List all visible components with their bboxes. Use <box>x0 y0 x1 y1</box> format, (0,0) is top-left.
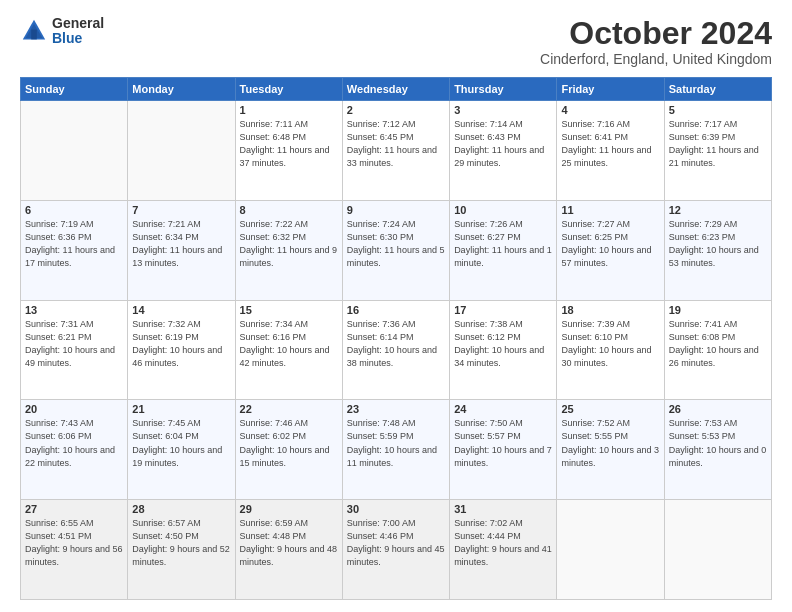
day-number: 4 <box>561 104 659 116</box>
day-number: 26 <box>669 403 767 415</box>
day-number: 21 <box>132 403 230 415</box>
calendar-cell: 22Sunrise: 7:46 AM Sunset: 6:02 PM Dayli… <box>235 400 342 500</box>
day-number: 2 <box>347 104 445 116</box>
calendar-cell: 2Sunrise: 7:12 AM Sunset: 6:45 PM Daylig… <box>342 101 449 201</box>
calendar-cell: 24Sunrise: 7:50 AM Sunset: 5:57 PM Dayli… <box>450 400 557 500</box>
calendar-cell <box>664 500 771 600</box>
day-number: 31 <box>454 503 552 515</box>
day-number: 12 <box>669 204 767 216</box>
weekday-header: Wednesday <box>342 78 449 101</box>
calendar-cell: 4Sunrise: 7:16 AM Sunset: 6:41 PM Daylig… <box>557 101 664 201</box>
logo-icon <box>20 17 48 45</box>
calendar-cell: 21Sunrise: 7:45 AM Sunset: 6:04 PM Dayli… <box>128 400 235 500</box>
day-info: Sunrise: 7:39 AM Sunset: 6:10 PM Dayligh… <box>561 318 659 370</box>
day-info: Sunrise: 7:27 AM Sunset: 6:25 PM Dayligh… <box>561 218 659 270</box>
calendar-cell: 6Sunrise: 7:19 AM Sunset: 6:36 PM Daylig… <box>21 200 128 300</box>
logo-general: General <box>52 16 104 31</box>
day-info: Sunrise: 7:24 AM Sunset: 6:30 PM Dayligh… <box>347 218 445 270</box>
day-info: Sunrise: 7:14 AM Sunset: 6:43 PM Dayligh… <box>454 118 552 170</box>
day-number: 29 <box>240 503 338 515</box>
day-number: 9 <box>347 204 445 216</box>
day-info: Sunrise: 7:46 AM Sunset: 6:02 PM Dayligh… <box>240 417 338 469</box>
calendar-week-row: 13Sunrise: 7:31 AM Sunset: 6:21 PM Dayli… <box>21 300 772 400</box>
calendar-week-row: 27Sunrise: 6:55 AM Sunset: 4:51 PM Dayli… <box>21 500 772 600</box>
day-info: Sunrise: 7:19 AM Sunset: 6:36 PM Dayligh… <box>25 218 123 270</box>
day-info: Sunrise: 7:38 AM Sunset: 6:12 PM Dayligh… <box>454 318 552 370</box>
day-info: Sunrise: 7:52 AM Sunset: 5:55 PM Dayligh… <box>561 417 659 469</box>
day-info: Sunrise: 7:53 AM Sunset: 5:53 PM Dayligh… <box>669 417 767 469</box>
calendar-cell <box>21 101 128 201</box>
day-info: Sunrise: 7:31 AM Sunset: 6:21 PM Dayligh… <box>25 318 123 370</box>
day-number: 13 <box>25 304 123 316</box>
day-info: Sunrise: 7:32 AM Sunset: 6:19 PM Dayligh… <box>132 318 230 370</box>
day-info: Sunrise: 6:57 AM Sunset: 4:50 PM Dayligh… <box>132 517 230 569</box>
subtitle: Cinderford, England, United Kingdom <box>540 51 772 67</box>
weekday-header: Friday <box>557 78 664 101</box>
day-number: 6 <box>25 204 123 216</box>
calendar-cell: 1Sunrise: 7:11 AM Sunset: 6:48 PM Daylig… <box>235 101 342 201</box>
day-info: Sunrise: 7:22 AM Sunset: 6:32 PM Dayligh… <box>240 218 338 270</box>
calendar-cell: 16Sunrise: 7:36 AM Sunset: 6:14 PM Dayli… <box>342 300 449 400</box>
calendar-cell: 14Sunrise: 7:32 AM Sunset: 6:19 PM Dayli… <box>128 300 235 400</box>
day-info: Sunrise: 6:59 AM Sunset: 4:48 PM Dayligh… <box>240 517 338 569</box>
calendar-cell: 7Sunrise: 7:21 AM Sunset: 6:34 PM Daylig… <box>128 200 235 300</box>
calendar-cell: 20Sunrise: 7:43 AM Sunset: 6:06 PM Dayli… <box>21 400 128 500</box>
calendar-cell: 18Sunrise: 7:39 AM Sunset: 6:10 PM Dayli… <box>557 300 664 400</box>
calendar-cell: 15Sunrise: 7:34 AM Sunset: 6:16 PM Dayli… <box>235 300 342 400</box>
logo: General Blue <box>20 16 104 47</box>
day-info: Sunrise: 7:50 AM Sunset: 5:57 PM Dayligh… <box>454 417 552 469</box>
calendar-cell: 29Sunrise: 6:59 AM Sunset: 4:48 PM Dayli… <box>235 500 342 600</box>
day-number: 11 <box>561 204 659 216</box>
calendar-cell: 26Sunrise: 7:53 AM Sunset: 5:53 PM Dayli… <box>664 400 771 500</box>
day-info: Sunrise: 7:48 AM Sunset: 5:59 PM Dayligh… <box>347 417 445 469</box>
day-number: 28 <box>132 503 230 515</box>
weekday-header: Thursday <box>450 78 557 101</box>
calendar-cell: 19Sunrise: 7:41 AM Sunset: 6:08 PM Dayli… <box>664 300 771 400</box>
day-number: 16 <box>347 304 445 316</box>
calendar-week-row: 6Sunrise: 7:19 AM Sunset: 6:36 PM Daylig… <box>21 200 772 300</box>
calendar-cell: 25Sunrise: 7:52 AM Sunset: 5:55 PM Dayli… <box>557 400 664 500</box>
day-number: 27 <box>25 503 123 515</box>
page: General Blue October 2024 Cinderford, En… <box>0 0 792 612</box>
day-info: Sunrise: 7:41 AM Sunset: 6:08 PM Dayligh… <box>669 318 767 370</box>
day-number: 5 <box>669 104 767 116</box>
title-block: October 2024 Cinderford, England, United… <box>540 16 772 67</box>
month-title: October 2024 <box>540 16 772 51</box>
day-info: Sunrise: 7:02 AM Sunset: 4:44 PM Dayligh… <box>454 517 552 569</box>
calendar-cell: 11Sunrise: 7:27 AM Sunset: 6:25 PM Dayli… <box>557 200 664 300</box>
calendar-cell: 27Sunrise: 6:55 AM Sunset: 4:51 PM Dayli… <box>21 500 128 600</box>
day-info: Sunrise: 7:17 AM Sunset: 6:39 PM Dayligh… <box>669 118 767 170</box>
day-info: Sunrise: 7:00 AM Sunset: 4:46 PM Dayligh… <box>347 517 445 569</box>
logo-text: General Blue <box>52 16 104 47</box>
calendar-cell: 12Sunrise: 7:29 AM Sunset: 6:23 PM Dayli… <box>664 200 771 300</box>
weekday-header: Tuesday <box>235 78 342 101</box>
calendar-cell: 30Sunrise: 7:00 AM Sunset: 4:46 PM Dayli… <box>342 500 449 600</box>
calendar-week-row: 20Sunrise: 7:43 AM Sunset: 6:06 PM Dayli… <box>21 400 772 500</box>
calendar-cell: 13Sunrise: 7:31 AM Sunset: 6:21 PM Dayli… <box>21 300 128 400</box>
day-number: 7 <box>132 204 230 216</box>
svg-rect-2 <box>31 30 37 40</box>
day-info: Sunrise: 7:26 AM Sunset: 6:27 PM Dayligh… <box>454 218 552 270</box>
calendar-week-row: 1Sunrise: 7:11 AM Sunset: 6:48 PM Daylig… <box>21 101 772 201</box>
day-number: 20 <box>25 403 123 415</box>
day-info: Sunrise: 7:45 AM Sunset: 6:04 PM Dayligh… <box>132 417 230 469</box>
day-info: Sunrise: 7:11 AM Sunset: 6:48 PM Dayligh… <box>240 118 338 170</box>
day-number: 10 <box>454 204 552 216</box>
day-info: Sunrise: 7:12 AM Sunset: 6:45 PM Dayligh… <box>347 118 445 170</box>
calendar-cell: 31Sunrise: 7:02 AM Sunset: 4:44 PM Dayli… <box>450 500 557 600</box>
calendar-cell: 17Sunrise: 7:38 AM Sunset: 6:12 PM Dayli… <box>450 300 557 400</box>
day-number: 18 <box>561 304 659 316</box>
calendar-cell: 23Sunrise: 7:48 AM Sunset: 5:59 PM Dayli… <box>342 400 449 500</box>
day-number: 23 <box>347 403 445 415</box>
day-number: 19 <box>669 304 767 316</box>
header: General Blue October 2024 Cinderford, En… <box>20 16 772 67</box>
weekday-header: Saturday <box>664 78 771 101</box>
weekday-header: Monday <box>128 78 235 101</box>
calendar-table: SundayMondayTuesdayWednesdayThursdayFrid… <box>20 77 772 600</box>
day-number: 24 <box>454 403 552 415</box>
calendar-cell: 28Sunrise: 6:57 AM Sunset: 4:50 PM Dayli… <box>128 500 235 600</box>
calendar-cell: 8Sunrise: 7:22 AM Sunset: 6:32 PM Daylig… <box>235 200 342 300</box>
day-info: Sunrise: 7:16 AM Sunset: 6:41 PM Dayligh… <box>561 118 659 170</box>
calendar-header-row: SundayMondayTuesdayWednesdayThursdayFrid… <box>21 78 772 101</box>
day-info: Sunrise: 6:55 AM Sunset: 4:51 PM Dayligh… <box>25 517 123 569</box>
